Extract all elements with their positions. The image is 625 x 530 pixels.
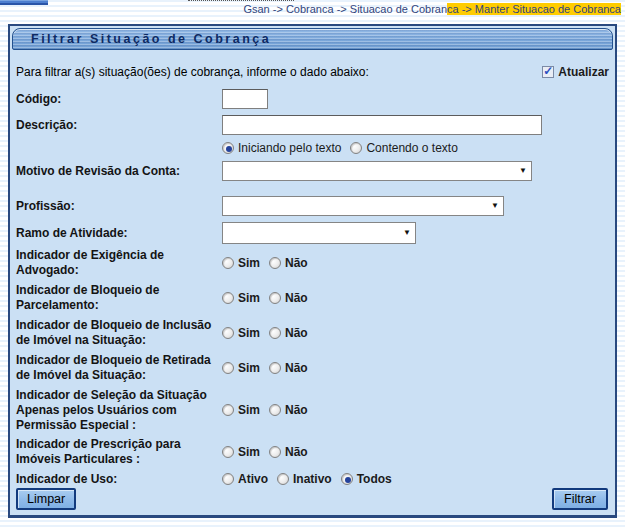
radio-inativo[interactable] bbox=[277, 473, 289, 485]
radio-nao[interactable] bbox=[269, 257, 281, 269]
radio-label-iniciando: Iniciando pelo texto bbox=[238, 141, 341, 155]
radio-label-sim: Sim bbox=[238, 445, 260, 459]
indicador-bloqueio-inclusao-row: Indicador de Bloqueio de Inclusão de Imó… bbox=[16, 317, 609, 349]
focus-outline-fragment bbox=[188, 0, 294, 2]
atualizar-checkbox[interactable] bbox=[542, 66, 554, 78]
indicador-prescricao-row: Indicador de Prescrição para Imóveis Par… bbox=[16, 436, 609, 468]
intro-text: Para filtrar a(s) situação(ões) de cobra… bbox=[16, 65, 369, 79]
panel-title: Filtrar Situação de Cobrança bbox=[12, 28, 613, 50]
descricao-input[interactable] bbox=[222, 115, 542, 135]
ramo-atividade-label: Ramo de Atividade: bbox=[16, 226, 222, 241]
intro-row: Para filtrar a(s) situação(ões) de cobra… bbox=[16, 64, 609, 80]
breadcrumb-current-highlighted[interactable]: ca -> Manter Situacao de Cobranca bbox=[447, 3, 621, 15]
chevron-down-icon: ▼ bbox=[403, 229, 411, 237]
radio-label-nao: Não bbox=[285, 291, 308, 305]
radio-label-todos: Todos bbox=[357, 472, 392, 486]
indicador-selecao-situacao-row: Indicador de Seleção da Situação Apenas … bbox=[16, 387, 609, 433]
indicador-exigencia-advogado-row: Indicador de Exigência de Advogado: Sim … bbox=[16, 247, 609, 279]
button-row: Limpar Filtrar bbox=[16, 488, 608, 510]
field-label: Indicador de Exigência de Advogado: bbox=[16, 248, 222, 278]
radio-nao[interactable] bbox=[269, 446, 281, 458]
indicador-bloqueio-retirada-row: Indicador de Bloqueio de Retirada de Imó… bbox=[16, 352, 609, 384]
radio-sim[interactable] bbox=[222, 257, 234, 269]
radio-label-nao: Não bbox=[285, 256, 308, 270]
chevron-down-icon: ▼ bbox=[519, 167, 527, 175]
profissao-row: Profissão: ▼ bbox=[16, 196, 609, 216]
field-label: Indicador de Prescrição para Imóveis Par… bbox=[16, 437, 222, 467]
field-label: Indicador de Seleção da Situação Apenas … bbox=[16, 388, 222, 433]
profissao-select[interactable]: ▼ bbox=[222, 196, 504, 216]
motivo-revisao-select[interactable]: ▼ bbox=[222, 161, 532, 181]
indicador-bloqueio-parcelamento-row: Indicador de Bloqueio de Parcelamento: S… bbox=[16, 282, 609, 314]
radio-label-ativo: Ativo bbox=[238, 472, 268, 486]
radio-label-contendo: Contendo o texto bbox=[366, 141, 457, 155]
field-label: Indicador de Bloqueio de Retirada de Imó… bbox=[16, 353, 222, 383]
field-label: Indicador de Bloqueio de Parcelamento: bbox=[16, 283, 222, 313]
filtrar-button[interactable]: Filtrar bbox=[552, 488, 608, 510]
codigo-label: Código: bbox=[16, 92, 222, 107]
radio-label-sim: Sim bbox=[238, 291, 260, 305]
indicador-uso-label: Indicador de Uso: bbox=[16, 472, 222, 487]
radio-nao[interactable] bbox=[269, 362, 281, 374]
field-label: Indicador de Bloqueio de Inclusão de Imó… bbox=[16, 318, 222, 348]
filter-panel: Filtrar Situação de Cobrança Para filtra… bbox=[8, 24, 617, 518]
radio-label-nao: Não bbox=[285, 445, 308, 459]
radio-iniciando-pelo-texto[interactable] bbox=[222, 142, 234, 154]
breadcrumb-path[interactable]: Gsan -> Cobranca -> Situacao de Cobran bbox=[243, 3, 447, 15]
motivo-revisao-row: Motivo de Revisão da Conta: ▼ bbox=[16, 161, 609, 181]
radio-sim[interactable] bbox=[222, 327, 234, 339]
descricao-row: Descrição: bbox=[16, 115, 609, 135]
radio-nao[interactable] bbox=[269, 404, 281, 416]
indicador-uso-row: Indicador de Uso: Ativo Inativo Todos bbox=[16, 471, 609, 487]
radio-sim[interactable] bbox=[222, 404, 234, 416]
radio-label-sim: Sim bbox=[238, 326, 260, 340]
radio-todos[interactable] bbox=[341, 473, 353, 485]
profissao-label: Profissão: bbox=[16, 199, 222, 214]
radio-label-nao: Não bbox=[285, 361, 308, 375]
radio-ativo[interactable] bbox=[222, 473, 234, 485]
radio-nao[interactable] bbox=[269, 292, 281, 304]
text-match-row: Iniciando pelo texto Contendo o texto bbox=[16, 141, 609, 155]
ramo-atividade-row: Ramo de Atividade: ▼ bbox=[16, 222, 609, 244]
radio-nao[interactable] bbox=[269, 327, 281, 339]
radio-sim[interactable] bbox=[222, 446, 234, 458]
radio-label-nao: Não bbox=[285, 403, 308, 417]
breadcrumb: Gsan -> Cobranca -> Situacao de Cobranca… bbox=[243, 3, 621, 15]
descricao-label: Descrição: bbox=[16, 118, 222, 133]
atualizar-wrap: Atualizar bbox=[542, 65, 609, 79]
cutoff-menu-bar bbox=[0, 0, 48, 5]
radio-label-inativo: Inativo bbox=[293, 472, 332, 486]
radio-sim[interactable] bbox=[222, 362, 234, 374]
codigo-row: Código: bbox=[16, 89, 609, 109]
radio-label-sim: Sim bbox=[238, 256, 260, 270]
atualizar-label: Atualizar bbox=[558, 65, 609, 79]
limpar-button[interactable]: Limpar bbox=[16, 488, 76, 510]
radio-label-nao: Não bbox=[285, 326, 308, 340]
radio-sim[interactable] bbox=[222, 292, 234, 304]
codigo-input[interactable] bbox=[222, 89, 268, 109]
radio-label-sim: Sim bbox=[238, 403, 260, 417]
motivo-revisao-label: Motivo de Revisão da Conta: bbox=[16, 164, 222, 179]
chevron-down-icon: ▼ bbox=[491, 202, 499, 210]
panel-content: Para filtrar a(s) situação(ões) de cobra… bbox=[10, 64, 615, 487]
ramo-atividade-select[interactable]: ▼ bbox=[222, 222, 416, 244]
radio-contendo-o-texto[interactable] bbox=[350, 142, 362, 154]
radio-label-sim: Sim bbox=[238, 361, 260, 375]
